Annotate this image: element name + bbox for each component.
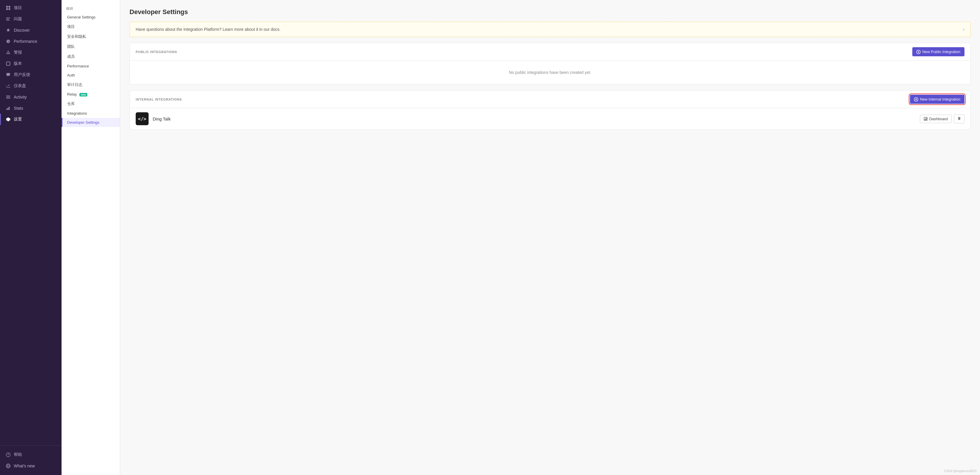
releases-label: 版本 [14, 61, 22, 66]
whats-new-icon [6, 463, 11, 469]
performance-icon [6, 39, 11, 44]
alerts-label: 警报 [14, 50, 22, 55]
whats-new-label: What's new [14, 464, 35, 468]
svg-rect-1 [8, 6, 10, 8]
performance-label: Performance [14, 39, 37, 44]
releases-icon [6, 61, 11, 66]
svg-rect-10 [6, 97, 10, 97]
settings-item-developer[interactable]: Developer Settings [62, 118, 120, 127]
sidebar-nav: 项目 问题 Discover Performance 警报 [0, 0, 62, 445]
sidebar-item-alerts[interactable]: 警报 [0, 47, 62, 58]
sidebar-item-activity[interactable]: Activity [0, 91, 62, 103]
svg-rect-3 [8, 8, 10, 10]
delete-button-dingtalk[interactable] [954, 114, 964, 123]
svg-rect-4 [6, 18, 10, 18]
internal-integrations-title: INTERNAL INTEGRATIONS [136, 98, 182, 101]
sidebar-item-performance[interactable]: Performance [0, 36, 62, 47]
settings-item-repos[interactable]: 仓库 [62, 99, 120, 109]
settings-label: 设置 [14, 117, 22, 122]
settings-item-integrations[interactable]: Integrations [62, 109, 120, 118]
internal-integrations-header: INTERNAL INTEGRATIONS New Internal Integ… [130, 91, 970, 108]
watermark: CSDN @bugdemon8023 [944, 469, 977, 473]
alerts-icon [6, 50, 11, 55]
help-icon [6, 452, 11, 457]
settings-item-auth[interactable]: Auth [62, 71, 120, 80]
new-internal-integration-button[interactable]: New Internal Integration [910, 95, 964, 104]
feedback-icon [6, 72, 11, 77]
plus-circle-icon [916, 50, 921, 54]
activity-icon [6, 94, 11, 100]
dashboard-icon [924, 117, 928, 121]
public-integrations-header: PUBLIC INTEGRATIONS New Public Integrati… [130, 43, 970, 61]
public-integrations-card: PUBLIC INTEGRATIONS New Public Integrati… [129, 43, 970, 84]
public-integrations-empty: No public integrations have been created… [130, 61, 970, 84]
info-banner[interactable]: Have questions about the Integration Pla… [129, 22, 970, 37]
settings-item-audit[interactable]: 审计日志 [62, 80, 120, 90]
discover-icon [6, 27, 11, 33]
trash-icon [957, 116, 961, 121]
stats-label: Stats [14, 106, 23, 110]
sidebar-item-dashboards[interactable]: 仪表盘 [0, 80, 62, 91]
sidebar-bottom: 帮助 What's new [0, 445, 62, 475]
svg-rect-0 [6, 6, 8, 8]
svg-rect-2 [6, 8, 8, 10]
settings-item-members[interactable]: 成员 [62, 52, 120, 62]
internal-integrations-card: INTERNAL INTEGRATIONS New Internal Integ… [129, 90, 970, 130]
settings-item-projects[interactable]: 项目 [62, 22, 120, 32]
new-public-integration-button[interactable]: New Public Integration [912, 47, 964, 56]
integration-actions-dingtalk: Dashboard [920, 114, 964, 123]
sidebar-item-help[interactable]: 帮助 [0, 449, 62, 460]
plus-circle-icon-internal [914, 97, 918, 102]
info-banner-text: Have questions about the Integration Pla… [136, 27, 280, 32]
settings-item-security[interactable]: 安全和隐私 [62, 32, 120, 41]
activity-label: Activity [14, 95, 27, 99]
settings-sidebar: 组织 General Settings 项目 安全和隐私 团队 成员 Perfo… [62, 0, 120, 475]
svg-rect-7 [6, 62, 10, 65]
left-sidebar: 项目 问题 Discover Performance 警报 [0, 0, 62, 475]
svg-rect-29 [926, 118, 927, 120]
integration-icon-dingtalk: </> [136, 112, 149, 125]
relay-new-badge: new [80, 93, 88, 96]
projects-label: 项目 [14, 5, 22, 11]
svg-point-16 [8, 456, 8, 456]
settings-item-performance[interactable]: Performance [62, 62, 120, 71]
settings-item-relay[interactable]: Relay new [62, 90, 120, 99]
stats-icon [6, 105, 11, 111]
svg-rect-12 [6, 108, 7, 110]
main-content: Developer Settings Have questions about … [120, 0, 980, 475]
dashboard-button-dingtalk[interactable]: Dashboard [920, 115, 951, 123]
sidebar-item-stats[interactable]: Stats [0, 103, 62, 114]
svg-rect-13 [8, 108, 8, 110]
issues-label: 问题 [14, 16, 22, 22]
settings-section-title: 组织 [62, 3, 120, 13]
svg-rect-6 [6, 20, 10, 21]
integration-row-dingtalk: </> Ding Talk Dashboard [130, 108, 970, 129]
info-banner-arrow: › [963, 27, 964, 32]
svg-rect-14 [9, 107, 10, 110]
sidebar-item-projects[interactable]: 项目 [0, 2, 62, 13]
integration-name-dingtalk: Ding Talk [153, 116, 916, 121]
page-title: Developer Settings [129, 8, 970, 16]
svg-rect-9 [6, 96, 10, 96]
sidebar-item-issues[interactable]: 问题 [0, 13, 62, 25]
svg-rect-5 [6, 19, 9, 19]
sidebar-item-feedback[interactable]: 用户反馈 [0, 69, 62, 80]
settings-icon [6, 117, 11, 122]
svg-rect-27 [924, 119, 925, 120]
settings-item-teams[interactable]: 团队 [62, 41, 120, 52]
dashboards-icon [6, 83, 11, 89]
sidebar-item-settings[interactable]: 设置 [0, 114, 62, 125]
svg-rect-11 [6, 98, 10, 99]
sidebar-item-discover[interactable]: Discover [0, 25, 62, 36]
settings-item-general[interactable]: General Settings [62, 13, 120, 22]
dashboards-label: 仪表盘 [14, 83, 26, 89]
sidebar-item-whats-new[interactable]: What's new [0, 460, 62, 472]
public-integrations-title: PUBLIC INTEGRATIONS [136, 50, 177, 54]
sidebar-item-releases[interactable]: 版本 [0, 58, 62, 69]
help-label: 帮助 [14, 452, 22, 457]
discover-label: Discover [14, 28, 30, 33]
projects-icon [6, 5, 11, 11]
svg-rect-28 [926, 118, 926, 120]
feedback-label: 用户反馈 [14, 72, 30, 77]
issues-icon [6, 16, 11, 22]
